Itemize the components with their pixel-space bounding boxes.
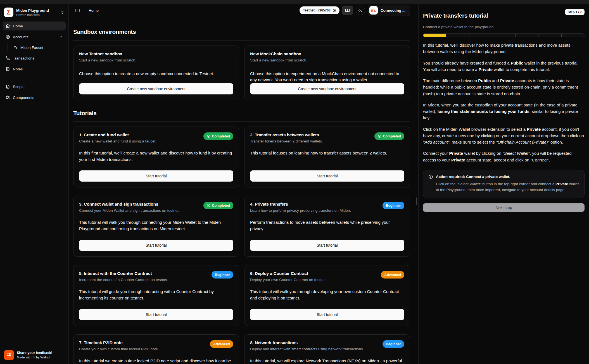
- start-tutorial-button[interactable]: Start tutorial: [79, 170, 233, 182]
- sandbox-card-title: New Testnet sandbox: [79, 51, 233, 56]
- tutorial-card-title: 5. Interact with the Counter Contract: [79, 271, 208, 276]
- sidebar: Σ Miden Playground Private transfers Hom…: [0, 4, 69, 364]
- topbar-divider: [85, 8, 85, 13]
- sandbox-card: New Testnet sandbox Start a new sandbox …: [73, 46, 239, 100]
- sidebar-item-components[interactable]: Components: [3, 93, 66, 102]
- window-top-strip: [0, 0, 589, 4]
- action-required-box: Action required: Connect a private walle…: [423, 170, 585, 198]
- tutorials-section-title: Tutorials: [73, 110, 410, 116]
- tutorial-card-subtitle: Create your own custom time locked P2ID …: [79, 347, 206, 351]
- tutorial-card-subtitle: Deploy your own Counter Contract on test…: [250, 278, 377, 282]
- start-tutorial-button[interactable]: Start tutorial: [250, 240, 404, 251]
- tutorial-card: 8. Network transactions Deploy and inter…: [244, 334, 410, 364]
- topbar: Home Testnet | #365763: [69, 4, 415, 17]
- progress-segment: [538, 34, 561, 37]
- sidebar-item-scripts[interactable]: Scripts: [3, 82, 66, 91]
- progress-segment: [562, 34, 584, 37]
- chevron-down-icon: [59, 35, 63, 39]
- tutorial-card-description: In this tutorial, we will explore Networ…: [250, 358, 404, 364]
- next-step-button[interactable]: Next step: [423, 203, 585, 212]
- tutorial-badge-label: Completed: [383, 134, 401, 138]
- sidebar-item-label: Transactions: [13, 56, 34, 60]
- start-tutorial-button[interactable]: Start tutorial: [79, 309, 233, 320]
- section-divider: [73, 40, 410, 41]
- create-sandbox-button[interactable]: Create new sandbox environment: [79, 83, 233, 94]
- sandbox-section: Sandbox environments New Testnet sandbox…: [73, 28, 410, 100]
- main-area: Home Testnet | #365763: [69, 4, 415, 364]
- notes-icon: [6, 67, 10, 71]
- tutorial-card-subtitle: Connect your Miden Wallet and sign trans…: [79, 208, 200, 213]
- sidebar-item-accounts[interactable]: Accounts: [3, 32, 66, 41]
- docs-button[interactable]: [342, 6, 353, 15]
- sidebar-nav: Home Accounts: [3, 22, 66, 73]
- home-icon: [6, 24, 10, 28]
- section-divider: [73, 121, 410, 122]
- progress-segment: [492, 34, 515, 37]
- tutorial-badge-label: Beginner: [386, 204, 401, 208]
- walnut-link[interactable]: Walnut: [41, 356, 50, 359]
- tutorial-card-title: 8. Network transactions: [250, 340, 379, 345]
- sandbox-card-subtitle: Start a new sandbox from scratch.: [79, 58, 233, 62]
- sidebar-item-transactions[interactable]: Transactions: [3, 54, 66, 63]
- tutorial-badge-label: Completed: [212, 134, 230, 138]
- connect-wallet-label: Connecting ...: [381, 8, 405, 13]
- sidebar-item-label: Notes: [13, 67, 23, 71]
- moon-icon: [358, 8, 362, 13]
- sidebar-item-notes[interactable]: Notes: [3, 65, 66, 73]
- tutorial-card-title: 3. Connect wallet and sign transactions: [79, 202, 200, 207]
- main-content: Sandbox environments New Testnet sandbox…: [69, 17, 415, 364]
- alert-circle-icon: [428, 174, 433, 179]
- tutorial-card: 4. Private transfers Learn how to perfor…: [244, 196, 410, 257]
- transactions-icon: [6, 56, 10, 60]
- tutorial-card-subtitle: Learn how to perform privacy preserving …: [250, 208, 379, 213]
- breadcrumb: Home: [89, 8, 99, 13]
- check-circle-icon: [378, 134, 381, 138]
- sandbox-grid: New Testnet sandbox Start a new sandbox …: [73, 46, 410, 100]
- tutorial-paragraph: In Miden, when you are the custodian of …: [423, 102, 585, 121]
- start-tutorial-button[interactable]: Start tutorial: [79, 240, 233, 251]
- panel-resize-handle[interactable]: [416, 198, 417, 205]
- sandbox-card-description: Choose this option to experiment on a Mo…: [250, 71, 404, 83]
- tutorial-status-badge: Beginner: [212, 271, 233, 279]
- feedback-title: Share your feedback!: [17, 351, 52, 355]
- create-sandbox-button[interactable]: Create new sandbox environment: [250, 83, 404, 94]
- start-tutorial-button[interactable]: Start tutorial: [250, 309, 404, 320]
- tutorial-badge-label: Advanced: [213, 342, 230, 346]
- theme-toggle-button[interactable]: [356, 6, 365, 15]
- progress-segment: [469, 34, 492, 37]
- book-open-icon: [345, 8, 350, 13]
- tutorial-card-subtitle: Deploy and interact with smart contracts…: [250, 347, 379, 351]
- sidebar-nav-secondary: Scripts Components: [3, 82, 66, 102]
- feedback-widget[interactable]: Share your feedback! Made with ♡ by Waln…: [3, 350, 66, 360]
- tutorial-card: 2. Transfer assets between wallets Trans…: [244, 127, 410, 187]
- progress-segment: [423, 34, 446, 37]
- sidebar-item-miden-faucet[interactable]: Miden Faucet: [10, 43, 66, 52]
- tutorial-badge-label: Beginner: [386, 342, 401, 346]
- tutorial-paragraph: Click on the Miden Wallet browser extens…: [423, 126, 585, 146]
- tutorial-card-subtitle: Create a new wallet and fund it using a …: [79, 139, 200, 143]
- tutorial-paragraphs: In this tutorial, we'll discover how to …: [423, 37, 585, 163]
- tutorial-card-title: 6. Deploy a Counter Contract: [250, 271, 377, 276]
- network-status-pill[interactable]: Testnet | #365763: [300, 6, 339, 14]
- connect-wallet-button[interactable]: m. Connecting ...: [368, 5, 410, 16]
- sidebar-toggle-button[interactable]: [73, 6, 82, 15]
- tutorial-status-badge: Beginner: [383, 202, 404, 209]
- scripts-icon: [6, 84, 10, 89]
- tutorial-card-description: In this tutorial we create a time locked…: [79, 358, 233, 364]
- start-tutorial-button[interactable]: Start tutorial: [250, 170, 404, 182]
- sidebar-item-home[interactable]: Home: [3, 22, 66, 30]
- tutorial-progress-bar: [423, 34, 585, 37]
- faucet-icon: [13, 45, 18, 50]
- check-circle-icon: [207, 134, 210, 138]
- tutorial-paragraph: Connect your Private wallet by clicking …: [423, 150, 585, 163]
- tutorial-card-description: This tutorial will walk you through deve…: [250, 289, 404, 303]
- tutorial-status-badge: Advanced: [210, 340, 233, 348]
- tutorial-card: 1. Create and fund wallet Create a new w…: [73, 127, 239, 187]
- workspace-switcher[interactable]: Σ Miden Playground Private transfers: [3, 7, 66, 22]
- sidebar-item-label: Scripts: [13, 85, 24, 89]
- sidebar-divider: [0, 78, 68, 78]
- app-title: Miden Playground: [16, 8, 58, 13]
- tutorials-section: Tutorials 1. Create and fund wallet Crea…: [73, 110, 410, 364]
- sidebar-item-label: Components: [13, 96, 34, 100]
- tutorial-card-description: Perform transactions to move assets betw…: [250, 219, 404, 234]
